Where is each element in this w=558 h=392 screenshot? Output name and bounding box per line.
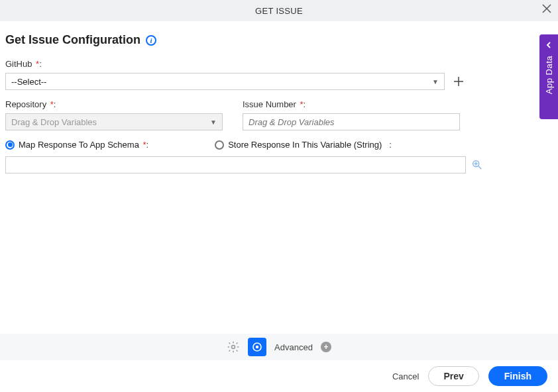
response-schema-input[interactable]	[5, 156, 466, 173]
schema-picker-icon[interactable]	[471, 159, 483, 171]
chevron-left-icon	[545, 40, 552, 50]
app-data-tab[interactable]: App Data	[539, 34, 558, 119]
issue-number-label: Issue Number *:	[243, 99, 460, 109]
github-select[interactable]: --Select-- ▼	[5, 73, 445, 90]
dialog-title: GET ISSUE	[255, 6, 303, 16]
add-github-button[interactable]	[451, 74, 466, 89]
page-title: Get Issue Configuration	[5, 33, 140, 47]
refresh-button[interactable]	[248, 338, 266, 356]
prev-button[interactable]: Prev	[428, 366, 478, 386]
chevron-down-icon: ▼	[210, 119, 217, 126]
map-response-label: Map Response To App Schema *:	[19, 140, 148, 150]
radio-unchecked-icon	[215, 140, 224, 150]
bottom-toolbar: Advanced +	[0, 334, 558, 360]
radio-checked-icon	[5, 140, 15, 150]
app-data-label: App Data	[544, 56, 554, 94]
dialog-footer: Cancel Prev Finish	[0, 360, 558, 392]
cancel-button[interactable]: Cancel	[392, 371, 419, 381]
dialog-header: GET ISSUE	[0, 0, 558, 21]
svg-point-8	[232, 346, 235, 349]
map-response-radio[interactable]: Map Response To App Schema *:	[5, 140, 148, 150]
close-icon[interactable]	[542, 4, 551, 16]
gear-icon[interactable]	[227, 340, 240, 354]
repository-label: Repository *:	[5, 99, 223, 109]
repository-placeholder: Drag & Drop Variables	[11, 117, 97, 127]
issue-number-input[interactable]	[243, 113, 460, 130]
store-variable-label: Store Response In This Variable (String)…	[228, 140, 392, 150]
advanced-plus-icon[interactable]: +	[321, 342, 331, 352]
store-variable-radio[interactable]: Store Response In This Variable (String)…	[215, 140, 392, 150]
advanced-label: Advanced	[274, 342, 313, 352]
svg-line-5	[478, 166, 482, 170]
chevron-down-icon: ▼	[432, 78, 439, 85]
finish-button[interactable]: Finish	[488, 366, 547, 386]
info-icon[interactable]: i	[146, 35, 156, 46]
repository-select[interactable]: Drag & Drop Variables ▼	[5, 113, 223, 130]
github-select-value: --Select--	[11, 77, 46, 87]
github-label: GitHub *:	[5, 59, 445, 69]
svg-point-10	[256, 346, 259, 349]
